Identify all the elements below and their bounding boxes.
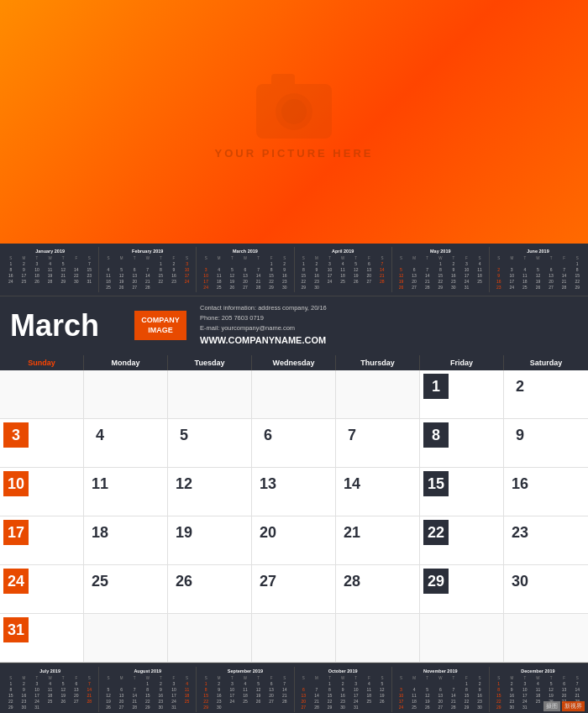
calendar-cell: 15	[420, 468, 504, 516]
mini-cal-day: 20	[544, 279, 558, 285]
mini-cal-day: 13	[70, 687, 83, 693]
calendar-date-number: 14	[339, 471, 365, 496]
mini-cal-day: 15	[155, 273, 168, 279]
mini-cal-day: 25	[44, 699, 57, 705]
calendar-cell: 27	[252, 565, 336, 614]
mini-cal-day: 9	[336, 687, 349, 693]
mini-cal-day: 8	[323, 687, 337, 693]
mini-cal-day: 14	[278, 687, 291, 693]
mini-cal-day: 5	[421, 687, 434, 693]
mini-cal-day: 4	[407, 687, 421, 693]
calendar-cell: 22	[420, 516, 504, 565]
mini-cal-day: 19	[226, 279, 239, 285]
mini-cal-day	[70, 705, 83, 710]
mini-cal-day: 28	[252, 285, 265, 291]
camera-lens-inner	[281, 99, 307, 124]
mini-cal-day: 7	[375, 261, 389, 267]
mini-cal-day: 9	[473, 687, 486, 693]
mini-cal-day: 28	[128, 705, 141, 710]
mini-cal-day	[239, 261, 252, 267]
mini-cal-day: 29	[492, 705, 506, 710]
mini-cal-day: 21	[128, 699, 141, 705]
mini-cal-header: T	[349, 675, 363, 681]
mini-cal-day: 22	[70, 273, 83, 279]
mini-cal-day: 5	[56, 261, 70, 267]
mini-cal-day: 13	[558, 687, 571, 693]
mini-cal-day	[544, 261, 558, 267]
mini-cal-header: T	[447, 675, 460, 681]
mini-cal-header: S	[492, 255, 506, 261]
mini-cal-day	[44, 705, 57, 710]
mini-cal-header: T	[128, 255, 141, 261]
calendar-cell: 11	[84, 468, 168, 516]
mini-cal-day: 3	[30, 681, 44, 687]
mini-calendar: May 2019SMTWTFS1234567891011121314151617…	[392, 247, 490, 292]
mini-cal-day: 31	[30, 705, 44, 710]
mini-cal-day: 5	[102, 687, 115, 693]
calendar-cell: 3	[0, 419, 84, 468]
mini-cal-day: 23	[492, 285, 506, 291]
mini-cal-day: 4	[473, 261, 486, 267]
calendar-date-number: 4	[87, 422, 113, 448]
calendar-cell: 10	[0, 468, 84, 516]
mini-cal-day: 23	[310, 279, 323, 285]
mini-cal-day: 2	[505, 681, 518, 687]
calendar-cell	[84, 614, 168, 663]
mini-cal-day: 18	[239, 693, 252, 699]
mini-cal-header: M	[213, 255, 226, 261]
mini-cal-day	[505, 261, 518, 267]
mini-cal-day: 12	[395, 273, 408, 279]
mini-cal-header: T	[518, 675, 532, 681]
mini-cal-day: 20	[407, 279, 421, 285]
mini-cal-day: 11	[213, 273, 226, 279]
mini-cal-day: 14	[558, 273, 571, 279]
calendar-header-cell: Saturday	[504, 355, 588, 370]
mini-cal-day: 11	[44, 687, 57, 693]
mini-cal-day: 6	[558, 681, 571, 687]
mini-cal-day: 13	[239, 273, 252, 279]
mini-cal-day: 4	[44, 261, 57, 267]
calendar-cell: 18	[84, 516, 168, 565]
mini-cal-day: 18	[102, 279, 115, 285]
mini-cal-day: 22	[141, 699, 155, 705]
mini-cal-day	[199, 261, 213, 267]
calendar-date-number: 5	[171, 422, 197, 448]
mini-cal-day: 1	[433, 261, 447, 267]
mini-cal-day: 24	[505, 285, 518, 291]
mini-cal-header: T	[155, 675, 168, 681]
mini-cal-day: 12	[56, 687, 70, 693]
mini-cal-header: T	[226, 675, 239, 681]
mini-cal-day: 22	[265, 279, 278, 285]
mini-cal-day: 24	[4, 279, 18, 285]
mini-cal-day	[375, 285, 389, 291]
mini-cal-day: 19	[544, 693, 558, 699]
calendar-cell: 29	[420, 565, 504, 614]
calendar-cell: 24	[0, 565, 84, 614]
calendar-cell: 21	[336, 516, 420, 565]
mini-cal-day: 22	[323, 699, 337, 705]
mini-cal-header: F	[70, 675, 83, 681]
mini-cal-day: 17	[505, 279, 518, 285]
calendar-cell: 28	[336, 565, 420, 614]
mini-calendar: September 2019SMTWTFS1234567891011121314…	[197, 667, 294, 712]
mini-cal-day: 3	[199, 267, 213, 273]
mini-cal-day: 18	[213, 279, 226, 285]
mini-cal-header: T	[544, 675, 558, 681]
mini-cal-header: S	[278, 255, 291, 261]
mini-cal-day	[433, 681, 447, 687]
mini-cal-day: 4	[44, 681, 57, 687]
mini-cal-day: 31	[349, 705, 363, 710]
calendar-cell: 25	[84, 565, 168, 614]
mini-cal-day	[213, 261, 226, 267]
mini-cal-header: T	[128, 675, 141, 681]
top-image-area: YOUR PICTURE HERE	[0, 0, 588, 244]
company-badge: COMPANY IMAGE	[134, 311, 186, 340]
mini-calendars-top: January 2019SMTWTFS123457891011121415161…	[0, 244, 588, 296]
mini-cal-header: F	[70, 255, 83, 261]
calendar-header-cell: Friday	[420, 355, 504, 370]
mini-cal-day	[336, 285, 349, 291]
mini-cal-day: 27	[128, 285, 141, 291]
camera-body	[256, 84, 332, 139]
mini-cal-day: 3	[395, 687, 408, 693]
mini-cal-day: 27	[265, 699, 278, 705]
